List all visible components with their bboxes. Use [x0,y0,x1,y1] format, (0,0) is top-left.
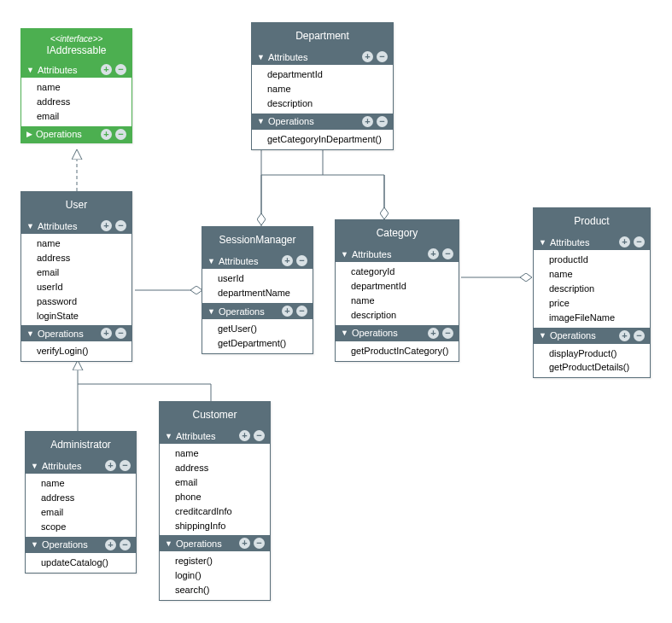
attr-row: name [534,267,650,282]
attr-row: scope [26,520,136,534]
plus-icon[interactable]: + [428,248,439,259]
class-iaddressable[interactable]: <<interface>> IAddressable ▼ Attributes … [20,28,132,143]
attr-row: name [21,236,131,251]
class-department[interactable]: Department ▼ Attributes + − departmentId… [251,22,394,150]
class-title: Customer [160,402,270,428]
operations-header[interactable]: ▶ Operations + − [21,126,131,143]
minus-icon[interactable]: − [634,236,645,247]
op-row: register() [160,554,270,568]
plus-icon[interactable]: + [619,236,630,247]
attributes-header[interactable]: ▼ Attributes + − [534,234,650,250]
plus-icon[interactable]: + [101,64,112,75]
attributes-body: name address email phone creditcardInfo … [160,444,270,535]
attributes-body: name address email userId password login… [21,234,131,325]
plus-icon[interactable]: + [282,306,293,317]
plus-icon[interactable]: + [101,220,112,231]
op-row: displayProduct() [534,346,650,361]
attr-row: password [21,294,131,309]
minus-icon[interactable]: − [115,129,126,140]
operations-body: getCategoryInDepartment() [252,130,393,149]
minus-icon[interactable]: − [254,538,265,549]
attributes-header[interactable]: ▼ Attributes + − [160,428,270,444]
chevron-down-icon: ▼ [257,53,265,61]
attributes-header[interactable]: ▼ Attributes + − [202,253,313,269]
attr-row: creditcardInfo [160,504,270,519]
class-category[interactable]: Category ▼ Attributes + − categoryId dep… [335,219,459,362]
plus-icon[interactable]: + [105,539,116,550]
plus-icon[interactable]: + [105,460,116,471]
class-user[interactable]: User ▼ Attributes + − name address email… [20,191,132,362]
operations-header[interactable]: ▼ Operations + − [252,114,393,130]
attr-row: description [534,282,650,296]
class-sessionmanager[interactable]: SessionManager ▼ Attributes + − userId d… [202,226,313,354]
attributes-header[interactable]: ▼ Attributes + − [26,457,136,474]
plus-icon[interactable]: + [619,330,630,341]
minus-icon[interactable]: − [296,306,307,317]
attr-row: shippingInfo [160,519,270,533]
attributes-body: departmentId name description [252,65,393,114]
operations-header[interactable]: ▼ Operations + − [160,535,270,551]
minus-icon[interactable]: − [115,328,126,339]
minus-icon[interactable]: − [296,255,307,266]
plus-icon[interactable]: + [282,255,293,266]
operations-label: Operations [42,539,102,550]
attr-row: email [26,505,136,520]
operations-body: register() login() search() [160,551,270,600]
minus-icon[interactable]: − [115,64,126,75]
plus-icon[interactable]: + [101,129,112,140]
attr-row: address [21,95,131,109]
minus-icon[interactable]: − [377,51,388,62]
class-product[interactable]: Product ▼ Attributes + − productId name … [533,207,651,378]
attr-row: description [336,308,459,323]
class-name: Category [377,227,418,239]
operations-header[interactable]: ▼ Operations + − [21,325,131,341]
operations-label: Operations [352,328,424,338]
chevron-down-icon: ▼ [207,307,215,316]
operations-header[interactable]: ▼ Operations + − [26,537,136,553]
chevron-down-icon: ▼ [165,432,172,440]
class-title: Administrator [26,432,136,457]
attr-row: categoryId [336,265,459,279]
plus-icon[interactable]: + [239,538,250,549]
operations-header[interactable]: ▼ Operations + − [534,328,650,344]
plus-icon[interactable]: + [362,51,373,62]
attributes-label: Attributes [42,461,102,471]
attributes-header[interactable]: ▼ Attributes + − [21,61,131,78]
plus-icon[interactable]: + [101,328,112,339]
attributes-header[interactable]: ▼ Attributes + − [21,218,131,234]
chevron-down-icon: ▼ [539,238,546,247]
minus-icon[interactable]: − [120,539,131,550]
chevron-down-icon: ▼ [26,222,34,230]
op-row: getProductInCategory() [336,344,459,358]
minus-icon[interactable]: − [377,116,388,127]
minus-icon[interactable]: − [120,460,131,471]
plus-icon[interactable]: + [362,116,373,127]
attributes-header[interactable]: ▼ Attributes + − [252,49,393,65]
attr-row: name [160,446,270,461]
minus-icon[interactable]: − [634,330,645,341]
minus-icon[interactable]: − [115,220,126,231]
attributes-label: Attributes [38,65,97,75]
attr-row: address [21,251,131,265]
minus-icon[interactable]: − [442,248,453,259]
op-row: verifyLogin() [21,344,131,358]
attributes-header[interactable]: ▼ Attributes + − [336,246,459,262]
minus-icon[interactable]: − [254,430,265,441]
class-customer[interactable]: Customer ▼ Attributes + − name address e… [159,401,271,601]
operations-body: verifyLogin() [21,341,131,361]
attr-row: description [252,96,393,111]
attributes-label: Attributes [176,431,236,441]
attr-row: userId [202,271,313,286]
operations-header[interactable]: ▼ Operations + − [336,325,459,341]
op-row: updateCatalog() [26,556,136,570]
op-row: getProductDetails() [534,360,650,375]
operations-header[interactable]: ▼ Operations + − [202,303,313,319]
class-name: User [66,199,87,211]
attr-row: imageFileName [534,311,650,325]
class-administrator[interactable]: Administrator ▼ Attributes + − name addr… [25,431,137,574]
plus-icon[interactable]: + [428,328,439,339]
minus-icon[interactable]: − [442,328,453,339]
attr-row: address [26,491,136,505]
plus-icon[interactable]: + [239,430,250,441]
attributes-body: productId name description price imageFi… [534,250,650,327]
